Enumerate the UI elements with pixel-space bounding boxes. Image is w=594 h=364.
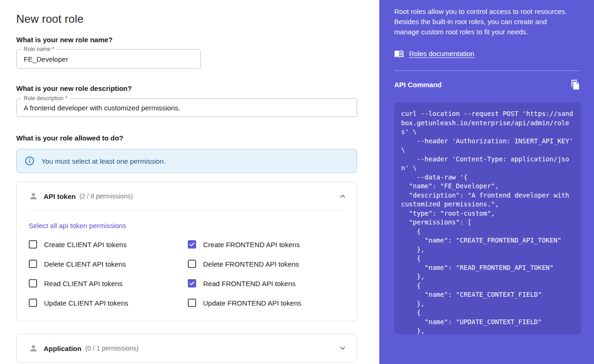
copy-icon <box>570 79 581 90</box>
checkbox-unchecked-icon[interactable] <box>29 279 37 287</box>
api-command-code-block: curl --location --request POST 'https://… <box>394 102 581 334</box>
checkbox-unchecked-icon[interactable] <box>29 240 37 249</box>
api-token-section-header[interactable]: API token (2 / 8 permissions) <box>17 182 357 210</box>
info-icon <box>25 156 35 166</box>
role-description-question: What is your new role description? <box>16 84 357 92</box>
checkbox-checked-icon[interactable] <box>188 279 196 287</box>
person-icon <box>29 192 38 201</box>
permission-checkbox-item[interactable]: Read CLIENT API tokens <box>29 278 188 288</box>
role-name-input[interactable] <box>17 50 200 68</box>
select-all-api-token-permissions-link[interactable]: Select all api token permissions <box>29 222 126 230</box>
api-token-section: API token (2 / 8 permissions) Select all… <box>16 182 357 321</box>
permission-checkbox-item[interactable]: Create CLIENT API tokens <box>29 239 188 249</box>
sidebar-description: Root roles allow you to control access t… <box>394 6 571 37</box>
application-section-header[interactable]: Application (0 / 1 permissions) <box>17 334 357 362</box>
permission-checkbox-label: Create CLIENT API tokens <box>44 241 127 249</box>
permission-checkbox-item[interactable]: Delete FRONTEND API tokens <box>188 259 345 269</box>
permission-checkbox-label: Delete FRONTEND API tokens <box>203 260 299 268</box>
permission-checkbox-label: Read CLIENT API tokens <box>44 280 122 287</box>
sidebar-divider <box>394 70 579 71</box>
permission-checkbox-label: Create FRONTEND API tokens <box>203 241 300 249</box>
book-icon <box>394 49 404 58</box>
role-name-question: What is your new role name? <box>16 36 357 44</box>
checkbox-unchecked-icon[interactable] <box>188 260 196 268</box>
permission-checkbox-label: Update FRONTEND API tokens <box>203 299 301 307</box>
new-role-form: New root role What is your new role name… <box>0 0 379 364</box>
checkbox-unchecked-icon[interactable] <box>188 299 196 307</box>
role-name-field-label: Role name * <box>21 46 57 52</box>
application-section: Application (0 / 1 permissions) <box>16 334 357 363</box>
api-command-row: API Command <box>394 79 581 90</box>
checkbox-unchecked-icon[interactable] <box>29 299 37 307</box>
permission-checkbox-item[interactable]: Update FRONTEND API tokens <box>188 298 345 308</box>
chevron-up-icon[interactable] <box>338 192 347 201</box>
curl-command: curl --location --request POST 'https://… <box>401 109 574 334</box>
alert-text: You must select at least one permission. <box>41 157 166 165</box>
api-token-permission-grid: Create CLIENT API tokensCreate FRONTEND … <box>29 239 345 308</box>
permission-required-alert: You must select at least one permission. <box>16 149 357 173</box>
roles-documentation-link[interactable]: Roles documentation <box>409 50 474 57</box>
page-title: New root role <box>16 13 357 26</box>
chevron-down-icon[interactable] <box>338 344 347 353</box>
role-name-field[interactable]: Role name * <box>16 49 201 69</box>
permission-checkbox-item[interactable]: Read FRONTEND API tokens <box>188 278 345 288</box>
checkbox-checked-icon[interactable] <box>188 240 196 249</box>
permission-checkbox-label: Update CLIENT API tokens <box>44 299 128 307</box>
role-permissions-question: What is your role allowed to do? <box>16 134 357 142</box>
api-token-section-count: (2 / 8 permissions) <box>79 192 133 200</box>
application-section-count: (0 / 1 permissions) <box>85 345 139 352</box>
role-description-field[interactable]: Role description * <box>16 98 357 117</box>
permission-checkbox-item[interactable]: Delete CLIENT API tokens <box>29 259 188 269</box>
permission-checkbox-item[interactable]: Create FRONTEND API tokens <box>188 239 345 249</box>
copy-button[interactable] <box>570 79 581 90</box>
application-section-title: Application <box>44 345 82 352</box>
api-token-section-title: API token <box>44 192 76 200</box>
person-icon <box>29 344 38 353</box>
permission-checkbox-item[interactable]: Update CLIENT API tokens <box>29 298 188 308</box>
permission-checkbox-label: Delete CLIENT API tokens <box>44 260 126 268</box>
api-command-title: API Command <box>394 81 442 89</box>
docs-link-row: Roles documentation <box>394 49 581 58</box>
sidebar: Root roles allow you to control access t… <box>379 0 594 364</box>
checkbox-unchecked-icon[interactable] <box>29 260 37 268</box>
permission-checkbox-label: Read FRONTEND API tokens <box>203 280 295 287</box>
role-description-field-label: Role description * <box>21 95 70 102</box>
